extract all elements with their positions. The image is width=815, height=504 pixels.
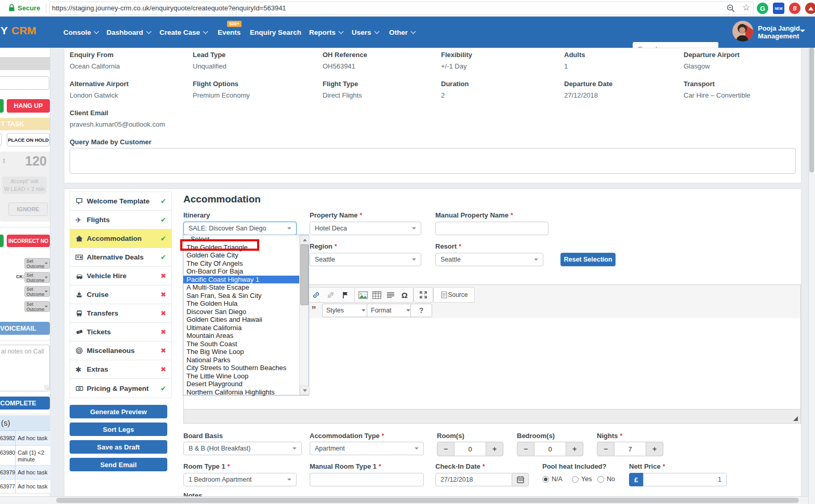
- accommodation-type-select[interactable]: Apartment: [310, 442, 424, 455]
- dropdown-option[interactable]: San Fran, Sea & Sin City: [183, 292, 301, 300]
- minus-button[interactable]: −: [597, 442, 614, 456]
- bookmark-star-icon[interactable]: ☆: [742, 2, 750, 13]
- plus-button[interactable]: +: [566, 442, 583, 456]
- dropdown-option[interactable]: A Multi-State Escape: [183, 283, 301, 292]
- set-outcome-dropdown-2[interactable]: Set Outcome: [24, 272, 50, 283]
- set-outcome-dropdown-1[interactable]: Set Outcome: [24, 258, 50, 269]
- chevron-down-icon[interactable]: [800, 30, 805, 35]
- avatar[interactable]: [732, 21, 753, 44]
- sidebar-item-extras[interactable]: ✱ Extras ✖: [70, 360, 171, 379]
- manual-room-type-input[interactable]: [310, 473, 424, 486]
- table-icon[interactable]: [371, 289, 383, 301]
- dropdown-option[interactable]: On-Board For Baja: [183, 267, 301, 276]
- clipped-input[interactable]: [0, 76, 49, 90]
- set-outcome-dropdown-3[interactable]: Set Outcome: [24, 286, 50, 297]
- styles-dropdown[interactable]: Styles: [322, 304, 370, 317]
- reset-selection-button[interactable]: Reset Selection: [560, 253, 616, 266]
- table-row[interactable]: 63977 Ad hoc task: [0, 480, 50, 494]
- sidebar-item-transfers[interactable]: Transfers ✖: [70, 304, 171, 323]
- sidebar-item-pricing-payment[interactable]: Pricing & Payment ✔: [70, 379, 171, 398]
- table-row[interactable]: 63979 Ad hoc task: [0, 466, 50, 480]
- dropdown-option[interactable]: The City Of Angels: [183, 260, 301, 268]
- place-on-hold-button[interactable]: PLACE ON HOLD: [7, 133, 50, 146]
- nav-events[interactable]: Events: [218, 27, 241, 37]
- vertical-scrollbar-thumb[interactable]: [809, 48, 814, 172]
- calendar-button[interactable]: [512, 473, 529, 486]
- sidebar-item-alternative-deals[interactable]: Alternative Deals ✔: [70, 248, 171, 267]
- update-extension-icon[interactable]: [805, 3, 815, 14]
- set-outcome-dropdown-4[interactable]: Set Outcome: [24, 301, 50, 312]
- complete-button[interactable]: COMPLETE: [0, 397, 50, 410]
- horizontal-rule-icon[interactable]: [384, 289, 397, 301]
- sort-legs-button[interactable]: Sort Legs: [70, 423, 167, 436]
- dropdown-option[interactable]: The Big Wine Loop: [183, 348, 301, 356]
- nav-console[interactable]: Console: [63, 27, 98, 37]
- radio-icon[interactable]: [572, 476, 579, 483]
- board-basis-select[interactable]: B & B (Hot Breakfast): [183, 442, 302, 455]
- dropdown-option[interactable]: The South Coast: [183, 340, 301, 348]
- sidebar-item-welcome-template[interactable]: Welcome Template ✔: [70, 192, 171, 211]
- voicemail-button[interactable]: VOICEMAIL: [0, 322, 50, 335]
- itinerary-select[interactable]: SALE: Discover San Diego: [183, 222, 297, 235]
- plus-button[interactable]: +: [646, 442, 663, 456]
- nav-dashboard[interactable]: Dashboard: [106, 27, 151, 37]
- nav-other[interactable]: Other: [389, 27, 415, 37]
- accept-button-fragment[interactable]: [0, 99, 4, 113]
- minus-button[interactable]: −: [517, 442, 535, 456]
- dropdown-option[interactable]: Desert Playground: [183, 380, 301, 388]
- sidebar-item-vehicle-hire[interactable]: Vehicle Hire ✖: [70, 267, 171, 285]
- unlink-icon[interactable]: [325, 289, 337, 301]
- blockquote-icon[interactable]: ”: [308, 304, 320, 316]
- sidebar-item-cruise[interactable]: Cruise ✖: [70, 285, 171, 304]
- sidebar-item-tickets[interactable]: Tickets ✖: [70, 323, 171, 342]
- dropdown-option-selected[interactable]: Pacific Coast Highway 1: [183, 276, 301, 284]
- horizontal-scrollbar-thumb[interactable]: [56, 498, 799, 503]
- clipped-gray-button[interactable]: [0, 57, 50, 70]
- user-menu[interactable]: Pooja Jangid Management: [758, 24, 800, 40]
- dropdown-option[interactable]: The Golden Hula: [183, 299, 301, 308]
- maximize-icon[interactable]: [417, 289, 430, 301]
- scrollbar-thumb[interactable]: [300, 244, 309, 305]
- dropdown-option[interactable]: Northern California Highlights: [183, 388, 301, 397]
- image-icon[interactable]: [357, 289, 369, 301]
- manual-property-name-input[interactable]: [435, 222, 549, 235]
- format-dropdown[interactable]: Format: [367, 304, 415, 317]
- plus-button[interactable]: +: [486, 442, 503, 456]
- nett-price-input[interactable]: 1: [643, 473, 727, 486]
- sidebar-item-flights[interactable]: ✈ Flights ✔: [70, 211, 171, 229]
- dropdown-option[interactable]: National Parks: [183, 356, 301, 364]
- zoom-out-icon[interactable]: [726, 4, 736, 15]
- nav-enquiry-search[interactable]: Enquiry Search: [250, 27, 301, 37]
- region-select[interactable]: Seattle: [310, 253, 421, 266]
- correct-button-fragment[interactable]: [0, 235, 4, 247]
- resize-handle-icon[interactable]: [44, 385, 49, 390]
- dropdown-option[interactable]: Golden Cities and Hawaii: [183, 316, 301, 324]
- radio-icon[interactable]: [597, 476, 604, 483]
- link-icon[interactable]: [310, 289, 322, 301]
- room-type-select[interactable]: 1 Bedroom Apartment: [183, 473, 297, 486]
- pool-heat-no-option[interactable]: No: [597, 475, 615, 483]
- resize-handle-icon[interactable]: [793, 416, 798, 421]
- pool-heat-yes-option[interactable]: Yes: [572, 475, 592, 483]
- dropdown-option[interactable]: The Little Wine Loop: [183, 372, 301, 380]
- scroll-down-icon[interactable]: [300, 386, 310, 395]
- nav-reports[interactable]: Reports: [309, 27, 343, 37]
- query-textbox[interactable]: [70, 148, 796, 174]
- dropdown-option[interactable]: Ultimate California: [183, 324, 301, 332]
- hang-up-button[interactable]: HANG UP: [7, 99, 50, 113]
- grammarly-extension-icon[interactable]: G: [757, 3, 768, 14]
- nav-users[interactable]: Users: [352, 27, 379, 37]
- clipped-white-button[interactable]: [0, 133, 2, 146]
- blocker-extension-icon[interactable]: B: [789, 3, 800, 14]
- new-extension-icon[interactable]: NEW: [773, 3, 784, 14]
- ignore-button[interactable]: IGNORE: [8, 202, 48, 216]
- anchor-flag-icon[interactable]: [340, 289, 352, 301]
- nav-create-case[interactable]: Create Case: [159, 27, 207, 37]
- generate-preview-button[interactable]: Generate Preview: [70, 405, 167, 418]
- sidebar-item-miscellaneous[interactable]: Miscellaneous ✖: [70, 342, 171, 360]
- table-row[interactable]: 63982 Ad hoc task: [0, 431, 50, 446]
- pool-heat-na-option[interactable]: N/A: [542, 475, 563, 483]
- about-button[interactable]: ?: [410, 304, 432, 317]
- special-character-icon[interactable]: Ω: [398, 289, 411, 301]
- property-name-select[interactable]: Hotel Deca: [310, 222, 421, 235]
